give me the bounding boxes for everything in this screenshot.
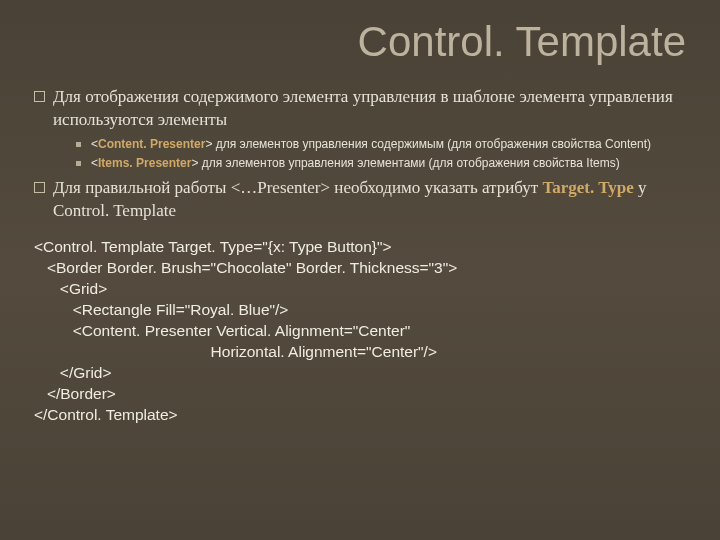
sub-2-keyword: Items. Presenter — [98, 156, 191, 170]
bullet-icon — [34, 182, 45, 193]
code-line: Horizontal. Alignment="Center"/> — [34, 342, 686, 363]
sub-bullets: <Content. Presenter> для элементов управ… — [76, 136, 686, 172]
code-line: <Grid> — [34, 279, 686, 300]
bullet-1-text: Для отображения содержимого элемента упр… — [53, 86, 686, 132]
code-line: </Control. Template> — [34, 405, 686, 426]
sub-1-suffix: > для элементов управления содержимым (д… — [205, 137, 651, 151]
slide-title: Control. Template — [34, 18, 686, 66]
sub-bullet-1-text: <Content. Presenter> для элементов управ… — [91, 136, 651, 153]
code-line: <Control. Template Target. Type="{x: Typ… — [34, 237, 686, 258]
sub-bullet-2-text: <Items. Presenter> для элементов управле… — [91, 155, 620, 172]
bullet-2-pre: Для правильной работы <…Presenter> необх… — [53, 178, 542, 197]
sub-bullet-icon — [76, 142, 81, 147]
bullet-2: Для правильной работы <…Presenter> необх… — [34, 177, 686, 223]
sub-1-keyword: Content. Presenter — [98, 137, 205, 151]
code-line: </Border> — [34, 384, 686, 405]
bullet-icon — [34, 91, 45, 102]
sub-2-prefix: < — [91, 156, 98, 170]
code-line: <Border Border. Brush="Chocolate" Border… — [34, 258, 686, 279]
code-line: <Content. Presenter Vertical. Alignment=… — [34, 321, 686, 342]
code-line: <Rectangle Fill="Royal. Blue"/> — [34, 300, 686, 321]
sub-bullet-2: <Items. Presenter> для элементов управле… — [76, 155, 686, 172]
sub-1-prefix: < — [91, 137, 98, 151]
bullet-1: Для отображения содержимого элемента упр… — [34, 86, 686, 132]
bullet-2-text: Для правильной работы <…Presenter> необх… — [53, 177, 686, 223]
sub-2-suffix: > для элементов управления элементами (д… — [191, 156, 619, 170]
sub-bullet-icon — [76, 161, 81, 166]
code-block: <Control. Template Target. Type="{x: Typ… — [34, 237, 686, 425]
sub-bullet-1: <Content. Presenter> для элементов управ… — [76, 136, 686, 153]
slide: Control. Template Для отображения содерж… — [0, 0, 720, 540]
bullet-2-keyword: Target. Type — [542, 178, 633, 197]
code-line: </Grid> — [34, 363, 686, 384]
